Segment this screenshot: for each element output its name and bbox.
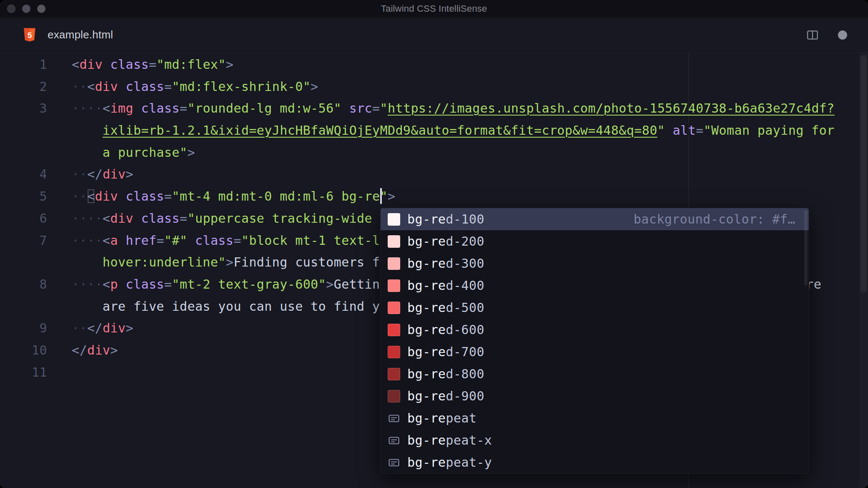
code-line[interactable]: 3····<img class="rounded-lg md:w-56" src… (0, 98, 868, 120)
color-swatch-icon (388, 302, 400, 314)
code-line[interactable]: 1<div class="md:flex"> (0, 54, 868, 76)
color-swatch-icon (388, 368, 400, 380)
line-number[interactable]: 2 (0, 76, 47, 98)
code-line[interactable]: 5··<div class="mt-4 md:mt-0 md:ml-6 bg-r… (0, 186, 868, 208)
color-swatch-icon (388, 279, 400, 292)
suggestion-label: bg-red-800 (407, 367, 484, 381)
tab-bar: 5 example.html (0, 18, 868, 53)
suggestion-detail: background-color: #f… (633, 212, 795, 226)
line-number[interactable]: 8 (0, 274, 47, 296)
suggestion-label: bg-repeat (407, 411, 477, 425)
suggestion-bg-repeat-x[interactable]: bg-repeat-x (381, 429, 809, 451)
line-content: ····<img class="rounded-lg md:w-56" src=… (47, 98, 868, 120)
autocomplete-popup: bg-red-100background-color: #f…bg-red-20… (380, 208, 809, 474)
suggestion-bg-red-400[interactable]: bg-red-400 (381, 274, 809, 297)
suggestion-label: bg-red-900 (407, 389, 484, 403)
field-icon (388, 434, 400, 447)
popup-scrollbar-thumb[interactable] (804, 210, 807, 285)
line-number[interactable]: 10 (0, 340, 47, 362)
line-number[interactable] (0, 296, 47, 318)
suggestion-bg-red-800[interactable]: bg-red-800 (381, 363, 809, 385)
suggestion-bg-repeat[interactable]: bg-repeat (381, 407, 809, 429)
suggestion-label: bg-red-600 (407, 322, 484, 337)
suggestion-label: bg-red-700 (407, 345, 484, 359)
color-swatch-icon (388, 390, 400, 402)
suggestion-bg-red-500[interactable]: bg-red-500 (381, 297, 809, 319)
suggestion-label: bg-red-200 (407, 234, 484, 249)
color-swatch-icon (388, 235, 400, 248)
suggestion-label: bg-red-300 (407, 256, 484, 271)
editor-scrollbar[interactable] (859, 53, 868, 488)
suggestion-bg-red-300[interactable]: bg-red-300 (381, 252, 809, 274)
line-number[interactable]: 6 (0, 208, 47, 230)
code-line[interactable]: 4··</div> (0, 164, 868, 186)
field-icon (388, 456, 400, 469)
color-swatch-icon (388, 324, 400, 336)
tab-example-html[interactable]: 5 example.html (0, 28, 113, 42)
suggestion-label: bg-repeat-x (407, 433, 492, 448)
suggestion-label: bg-red-500 (407, 300, 484, 315)
editor-window: Tailwind CSS IntelliSense 5 example.html (0, 0, 868, 488)
html5-icon: 5 (23, 28, 36, 42)
suggestion-bg-red-200[interactable]: bg-red-200 (381, 230, 809, 252)
line-number[interactable]: 4 (0, 164, 47, 186)
color-swatch-icon (388, 257, 400, 270)
window-titlebar: Tailwind CSS IntelliSense (0, 0, 868, 18)
line-number[interactable]: 7 (0, 230, 47, 252)
scrollbar-thumb[interactable] (860, 55, 867, 293)
window-title: Tailwind CSS IntelliSense (0, 0, 868, 18)
suggestion-bg-red-100[interactable]: bg-red-100background-color: #f… (381, 208, 809, 230)
code-line[interactable]: ixlib=rb-1.2.1&ixid=eyJhcHBfaWQiOjEyMDd9… (0, 120, 868, 142)
tab-filename: example.html (48, 28, 113, 41)
split-editor-icon[interactable] (806, 29, 819, 41)
line-number[interactable]: 5 (0, 186, 47, 208)
line-content: a purchase"> (47, 142, 868, 164)
suggestion-label: bg-red-100 (407, 212, 484, 226)
suggestion-bg-repeat-y[interactable]: bg-repeat-y (381, 451, 809, 473)
line-number[interactable]: 11 (0, 362, 47, 384)
line-number[interactable] (0, 142, 47, 164)
line-number[interactable] (0, 120, 47, 142)
line-content: ··<div class="md:flex-shrink-0"> (47, 76, 868, 98)
tab-actions (806, 29, 868, 41)
code-line[interactable]: a purchase"> (0, 142, 868, 164)
unsaved-changes-icon[interactable] (838, 30, 847, 40)
color-swatch-icon (388, 213, 400, 226)
line-content: ··</div> (47, 164, 868, 186)
code-line[interactable]: 2··<div class="md:flex-shrink-0"> (0, 76, 868, 98)
line-number[interactable]: 1 (0, 54, 47, 76)
line-content: <div class="md:flex"> (47, 54, 868, 76)
suggestion-bg-red-900[interactable]: bg-red-900 (381, 385, 809, 407)
line-number[interactable]: 9 (0, 317, 47, 340)
suggestion-label: bg-red-400 (407, 278, 484, 293)
suggestion-label: bg-repeat-y (407, 455, 492, 470)
svg-text:5: 5 (28, 31, 32, 40)
line-content: ··<div class="mt-4 md:mt-0 md:ml-6 bg-re… (47, 186, 868, 208)
color-swatch-icon (388, 346, 400, 358)
suggestion-bg-red-700[interactable]: bg-red-700 (381, 341, 809, 363)
line-number[interactable] (0, 252, 47, 274)
field-icon (388, 412, 400, 425)
suggestion-bg-red-600[interactable]: bg-red-600 (381, 319, 809, 341)
line-number[interactable]: 3 (0, 98, 47, 120)
line-content: ixlib=rb-1.2.1&ixid=eyJhcHBfaWQiOjEyMDd9… (47, 120, 868, 142)
